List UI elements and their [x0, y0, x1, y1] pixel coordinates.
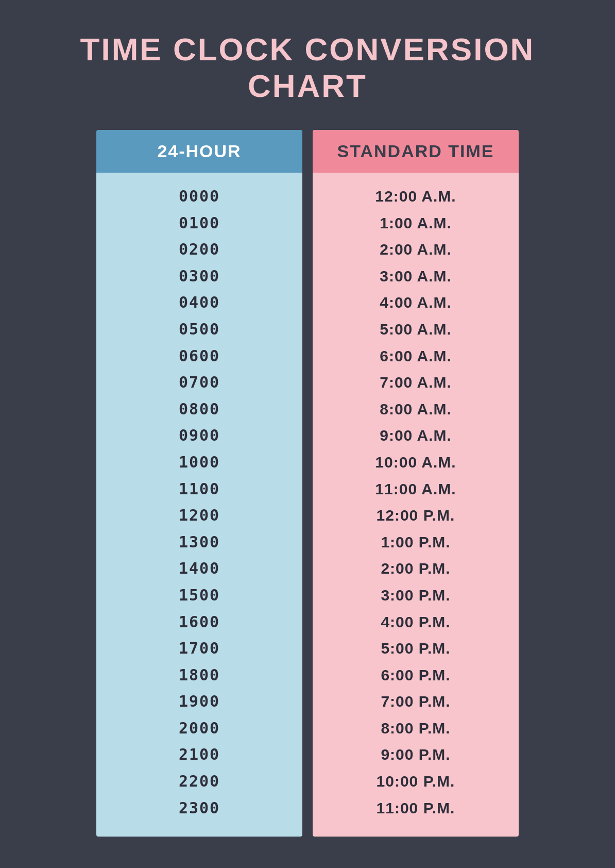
table-row: 9:00 P.M.: [381, 741, 450, 768]
table-row: 1400: [179, 555, 220, 582]
table-row: 7:00 A.M.: [380, 369, 452, 396]
table-row: 0400: [179, 289, 220, 316]
table-row: 10:00 P.M.: [377, 768, 455, 795]
table-row: 8:00 A.M.: [380, 396, 452, 423]
standard-column-header: STANDARD TIME: [313, 130, 519, 173]
table-row: 2000: [179, 715, 220, 742]
table-row: 0100: [179, 210, 220, 237]
table-row: 1200: [179, 502, 220, 529]
table-row: 8:00 P.M.: [381, 715, 450, 742]
table-row: 1600: [179, 609, 220, 636]
table-row: 2200: [179, 768, 220, 795]
table-row: 0500: [179, 316, 220, 343]
table-row: 10:00 A.M.: [375, 449, 456, 476]
standard-column-body: 12:00 A.M.1:00 A.M.2:00 A.M.3:00 A.M.4:0…: [313, 173, 519, 837]
hour-column: 24-HOUR 00000100020003000400050006000700…: [96, 130, 302, 837]
table-row: 11:00 P.M.: [377, 795, 455, 822]
table-row: 0800: [179, 396, 220, 423]
table-row: 1700: [179, 635, 220, 662]
table-row: 1100: [179, 476, 220, 503]
chart-container: 24-HOUR 00000100020003000400050006000700…: [96, 130, 519, 837]
table-row: 6:00 P.M.: [381, 662, 450, 689]
table-row: 0000: [179, 183, 220, 210]
table-row: 5:00 P.M.: [381, 635, 450, 662]
table-row: 7:00 P.M.: [381, 688, 450, 715]
page-title: TIME CLOCK CONVERSION CHART: [21, 31, 594, 104]
table-row: 1300: [179, 529, 220, 556]
table-row: 3:00 A.M.: [380, 263, 452, 290]
table-row: 2100: [179, 741, 220, 768]
table-row: 3:00 P.M.: [381, 582, 450, 609]
table-row: 1000: [179, 449, 220, 476]
table-row: 4:00 A.M.: [380, 289, 452, 316]
table-row: 12:00 P.M.: [377, 502, 455, 529]
table-row: 12:00 A.M.: [375, 183, 456, 210]
table-row: 9:00 A.M.: [380, 422, 452, 449]
table-row: 0900: [179, 422, 220, 449]
table-row: 1800: [179, 662, 220, 689]
table-row: 1:00 P.M.: [381, 529, 450, 556]
table-row: 11:00 A.M.: [375, 476, 456, 503]
table-row: 2:00 A.M.: [380, 236, 452, 263]
table-row: 1500: [179, 582, 220, 609]
table-row: 0700: [179, 369, 220, 396]
table-row: 0200: [179, 236, 220, 263]
table-row: 2300: [179, 795, 220, 822]
standard-column: STANDARD TIME 12:00 A.M.1:00 A.M.2:00 A.…: [313, 130, 519, 837]
table-row: 5:00 A.M.: [380, 316, 452, 343]
table-row: 0600: [179, 343, 220, 370]
hour-column-header: 24-HOUR: [96, 130, 302, 173]
hour-column-body: 0000010002000300040005000600070008000900…: [96, 173, 302, 837]
table-row: 2:00 P.M.: [381, 555, 450, 582]
table-row: 6:00 A.M.: [380, 343, 452, 370]
table-row: 1900: [179, 688, 220, 715]
table-row: 0300: [179, 263, 220, 290]
table-row: 1:00 A.M.: [380, 210, 452, 237]
table-row: 4:00 P.M.: [381, 609, 450, 636]
